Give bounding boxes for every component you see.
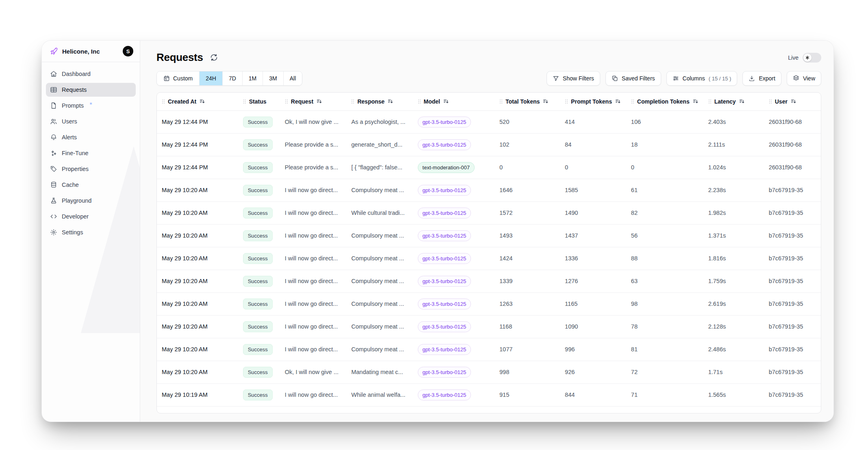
time-range-button[interactable]: 24H	[199, 71, 222, 85]
sort-icon[interactable]	[542, 98, 549, 104]
column-header[interactable]: Request	[280, 93, 347, 110]
sidebar-item[interactable]: Requests	[46, 83, 136, 97]
sidebar-item[interactable]: Alerts	[46, 130, 136, 144]
status-badge: Success	[243, 276, 273, 287]
drag-handle-icon[interactable]	[565, 99, 568, 104]
column-header[interactable]: Total Tokens	[495, 93, 560, 110]
toolbar-action-button[interactable]: Show Filters	[547, 71, 600, 86]
table-row[interactable]: May 29 10:20 AM Success I will now go di…	[157, 270, 821, 292]
prompt-tokens-cell: 84	[560, 133, 626, 156]
table-row[interactable]: May 29 10:20 AM Success I will now go di…	[157, 201, 821, 224]
live-toggle[interactable]	[803, 53, 821, 63]
request-cell: I will now go direct...	[280, 338, 347, 361]
sidebar-item[interactable]: Users	[46, 115, 136, 128]
request-cell: Please provide a s...	[280, 156, 347, 179]
sidebar-item[interactable]: Settings	[46, 225, 136, 239]
column-header[interactable]: Model	[413, 93, 495, 110]
toolbar-action-icon	[673, 75, 679, 82]
drag-handle-icon[interactable]	[285, 99, 288, 104]
sidebar-item[interactable]: Fine-Tune	[46, 146, 136, 160]
table-row[interactable]: May 29 10:20 AM Success I will now go di…	[157, 338, 821, 361]
time-range-button[interactable]: 1M	[242, 71, 263, 85]
column-header[interactable]: Prompt Tokens	[560, 93, 626, 110]
sidebar-item[interactable]: Dashboard	[46, 67, 136, 81]
time-range-button[interactable]: All	[283, 71, 302, 85]
drag-handle-icon[interactable]	[351, 99, 354, 104]
status-badge: Success	[243, 185, 273, 196]
columns-count: ( 15 / 15 )	[709, 76, 731, 82]
column-header[interactable]: Created At	[157, 93, 238, 110]
latency-cell: 2.238s	[703, 179, 764, 201]
toolbar-action-button[interactable]: Saved Filters	[605, 71, 661, 86]
time-range-group: Custom 24H 7D 1M 3M	[156, 71, 302, 86]
table-row[interactable]: May 29 10:20 AM Success I will now go di…	[157, 179, 821, 201]
toolbar-action-button[interactable]: Export	[742, 71, 781, 86]
prompt-tokens-cell: 926	[560, 361, 626, 383]
sidebar-item[interactable]: Prompts ✶	[46, 99, 136, 112]
drag-handle-icon[interactable]	[418, 99, 421, 104]
table-row[interactable]: May 29 12:44 PM Success Ok, I will now g…	[157, 110, 821, 133]
table-row[interactable]: May 29 10:20 AM Success I will now go di…	[157, 224, 821, 247]
time-range-button[interactable]: Custom	[157, 71, 199, 85]
org-name: Helicone, Inc	[62, 48, 119, 55]
table-row[interactable]: May 29 10:19 AM Success I will now go di…	[157, 383, 821, 406]
sort-icon[interactable]	[199, 98, 205, 104]
drag-handle-icon[interactable]	[631, 99, 634, 104]
request-cell: I will now go direct...	[280, 247, 347, 270]
latency-cell: 1.759s	[703, 270, 764, 292]
table-row[interactable]: May 29 10:20 AM Success Ok, I will now g…	[157, 361, 821, 383]
sort-icon[interactable]	[739, 98, 745, 104]
sort-icon[interactable]	[790, 98, 796, 104]
time-range-button[interactable]: 7D	[222, 71, 242, 85]
sort-icon[interactable]	[316, 98, 322, 104]
table-row[interactable]: May 29 10:20 AM Success I will now go di…	[157, 315, 821, 338]
column-header[interactable]: User	[764, 93, 821, 110]
drag-handle-icon[interactable]	[499, 99, 503, 104]
total-tokens-cell: 1077	[495, 338, 560, 361]
status-badge: Success	[243, 299, 273, 309]
response-cell: Compulsory meat ...	[346, 224, 412, 247]
model-badge: text-moderation-007	[418, 162, 475, 173]
request-cell: Ok, I will now give ...	[280, 110, 347, 133]
model-badge: gpt-3.5-turbo-0125	[418, 321, 471, 332]
sidebar-item-label: Playground	[62, 197, 91, 204]
column-header[interactable]: Completion Tokens	[626, 93, 703, 110]
sort-icon[interactable]	[615, 98, 621, 104]
sort-icon[interactable]	[387, 98, 393, 104]
sidebar: Helicone, Inc S Dashboard Requests Promp…	[42, 41, 140, 422]
org-header[interactable]: Helicone, Inc S	[42, 41, 140, 62]
request-cell: I will now go direct...	[280, 270, 347, 292]
sidebar-item[interactable]: Cache	[46, 178, 136, 192]
table-row[interactable]: May 29 12:44 PM Success Please provide a…	[157, 156, 821, 179]
status-badge: Success	[243, 344, 273, 355]
drag-handle-icon[interactable]	[162, 99, 165, 104]
model-badge: gpt-3.5-turbo-0125	[418, 253, 471, 264]
status-badge: Success	[243, 139, 273, 150]
refresh-icon[interactable]	[210, 53, 218, 62]
table-row[interactable]: May 29 10:20 AM Success I will now go di…	[157, 247, 821, 270]
time-range-button[interactable]: 3M	[263, 71, 283, 85]
sort-icon[interactable]	[692, 98, 699, 104]
table-row[interactable]: May 29 10:20 AM Success I will now go di…	[157, 292, 821, 315]
sort-icon[interactable]	[443, 98, 449, 104]
completion-tokens-cell: 106	[626, 110, 703, 133]
sidebar-item[interactable]: Properties	[46, 162, 136, 176]
toolbar-action-button[interactable]: Columns ( 15 / 15 )	[666, 71, 738, 86]
drag-handle-icon[interactable]	[243, 99, 246, 104]
prompt-tokens-cell: 0	[560, 156, 626, 179]
toolbar-action-button[interactable]: View	[787, 71, 821, 86]
sidebar-item[interactable]: Developer	[46, 210, 136, 223]
created-at-cell: May 29 10:20 AM	[157, 179, 238, 201]
table-row[interactable]: May 29 12:44 PM Success Please provide a…	[157, 133, 821, 156]
request-cell: I will now go direct...	[280, 224, 347, 247]
drag-handle-icon[interactable]	[769, 99, 772, 104]
sidebar-item-label: Settings	[62, 229, 83, 236]
response-cell: generate_short_d...	[346, 133, 412, 156]
sidebar-item[interactable]: Playground	[46, 194, 136, 208]
column-header[interactable]: Status	[238, 93, 280, 110]
column-header[interactable]: Response	[346, 93, 412, 110]
column-header[interactable]: Latency	[703, 93, 764, 110]
avatar[interactable]: S	[123, 46, 133, 56]
drag-handle-icon[interactable]	[708, 99, 712, 104]
column-header-label: Created At	[168, 98, 196, 105]
